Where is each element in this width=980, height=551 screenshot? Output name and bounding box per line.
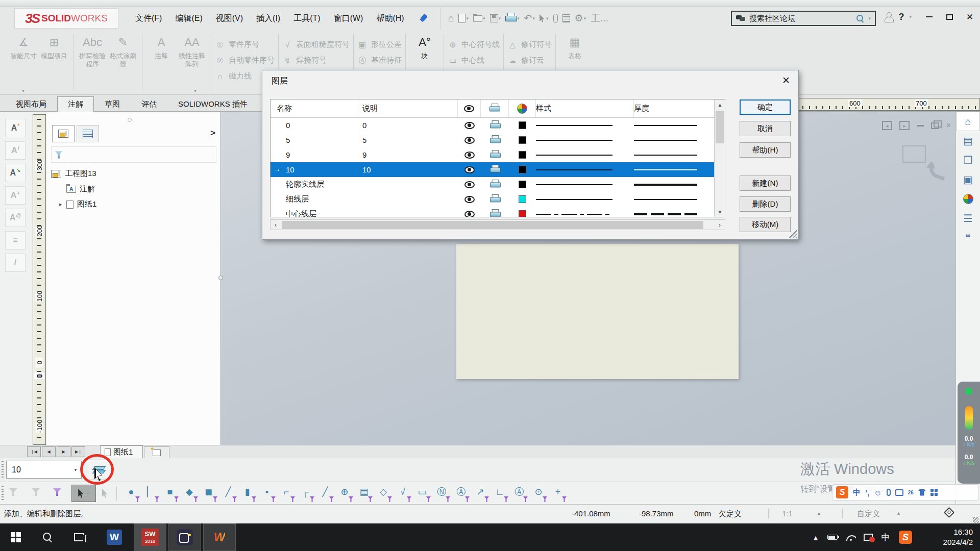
layer-thickness-cell[interactable]	[634, 184, 715, 186]
layer-combobox[interactable]: 10 ▾	[6, 461, 82, 479]
filter-tool-22-icon[interactable]: ⊙	[531, 486, 546, 501]
open[interactable]: ▾	[472, 14, 487, 23]
user-account-icon[interactable]	[884, 12, 893, 21]
ribbon-flyout-caret[interactable]: ▾	[22, 88, 24, 93]
layer-style-cell[interactable]	[536, 169, 634, 170]
layer-visibility-toggle[interactable]	[458, 122, 481, 129]
layer-color-swatch[interactable]	[509, 166, 536, 173]
last-sheet-icon[interactable]: ▶❘	[71, 446, 85, 457]
dialog-button-移动(M)[interactable]: 移动(M)	[740, 217, 791, 232]
filter-stack-icon[interactable]	[53, 488, 61, 496]
filter-tool-1-icon[interactable]: ●	[124, 486, 139, 501]
ribbon-tool-geometric-tolerance[interactable]: ▣形位公差	[357, 37, 402, 53]
scrollbar-thumb[interactable]	[716, 111, 724, 143]
tag-icon[interactable]	[944, 507, 954, 518]
appearances-icon[interactable]: ▣	[956, 170, 980, 189]
menu-item[interactable]: 帮助(H)	[370, 13, 410, 24]
scrollbar-thumb[interactable]	[282, 221, 703, 229]
minimize-button[interactable]	[922, 10, 936, 23]
pin-icon[interactable]	[418, 13, 428, 23]
toolbar-grip[interactable]	[2, 486, 4, 502]
layer-row-中心线层[interactable]: 中心线层	[271, 207, 725, 217]
filter-tool-19-icon[interactable]: ↗	[473, 486, 488, 501]
search-box[interactable]: 搜索社区论坛 ▾	[731, 11, 876, 26]
ribbon-tool-format-painter[interactable]: ✎格式涂刷器	[108, 33, 138, 68]
menu-item[interactable]: 视图(V)	[209, 13, 250, 24]
layer-print-toggle[interactable]	[481, 151, 509, 160]
layer-style-cell[interactable]	[536, 214, 634, 215]
layer-style-cell[interactable]	[536, 155, 634, 156]
layer-print-toggle[interactable]	[481, 180, 509, 189]
tray-expand-icon[interactable]: ▴	[810, 523, 822, 551]
filter-tool-4-icon[interactable]: ◆	[182, 486, 197, 501]
close-button[interactable]: ✕	[963, 10, 977, 23]
prev-sheet-icon[interactable]: ◀	[42, 446, 56, 457]
layer-row-9[interactable]: 99	[271, 147, 725, 162]
doc-minimize-icon[interactable]	[917, 125, 924, 127]
user-mode-icon[interactable]: 26	[908, 490, 914, 495]
layer-visibility-toggle[interactable]	[458, 166, 481, 173]
layer-visibility-toggle[interactable]	[458, 152, 481, 159]
filter-tool-15-icon[interactable]: √	[395, 486, 410, 501]
home[interactable]: ⌂	[447, 12, 455, 24]
library-books-icon[interactable]: ▤	[956, 131, 980, 151]
layer-visibility-toggle[interactable]	[458, 211, 481, 218]
eyedropper[interactable]	[552, 13, 559, 24]
skin-icon[interactable]	[918, 489, 926, 496]
dialog-button-取消[interactable]: 取消	[740, 121, 791, 136]
print[interactable]: ▾	[504, 13, 521, 24]
scale-indicator[interactable]: 1:1	[782, 509, 793, 518]
layer-row-0[interactable]: 00	[271, 118, 725, 133]
filter-tool-11-icon[interactable]: ╱	[317, 486, 333, 501]
select-tool-button[interactable]: ▾	[71, 485, 96, 502]
dialog-button-删除(D)[interactable]: 删除(D)	[740, 196, 791, 212]
search-icon[interactable]	[856, 14, 864, 22]
ribbon-flyout-caret[interactable]: ▾	[194, 88, 197, 93]
ribbon-tool-spell-check[interactable]: Abc拼写检验程序	[77, 33, 108, 68]
tree-item-工程图13[interactable]: 工程图13	[51, 169, 96, 179]
chevron-down-icon[interactable]: ▾	[70, 467, 81, 472]
filter-tool-6-icon[interactable]: ╱	[220, 486, 236, 501]
layer-style-cell[interactable]	[536, 140, 634, 141]
layer-color-swatch[interactable]	[509, 181, 536, 188]
tools-more-label[interactable]: 工...	[589, 12, 610, 24]
chevron-down-icon[interactable]: ▾	[499, 16, 501, 21]
note-leader-icon[interactable]: A↘	[5, 164, 26, 182]
save[interactable]: ▾	[488, 13, 503, 23]
layer-thickness-cell[interactable]	[634, 140, 715, 141]
layer-thickness-cell[interactable]	[634, 125, 715, 126]
filter-tool-16-icon[interactable]: ▭	[414, 486, 430, 501]
clear-filters-icon[interactable]	[32, 488, 40, 496]
chevron-down-icon[interactable]: ▾	[533, 16, 535, 21]
scroll-right-icon[interactable]: ›	[715, 220, 725, 230]
tab-视图布局[interactable]: 视图布局	[5, 96, 57, 112]
search-dropdown-caret[interactable]: ▾	[868, 16, 871, 21]
undo[interactable]: ↶▾	[523, 12, 536, 24]
chevron-down-icon[interactable]: ▾	[517, 16, 520, 21]
clock[interactable]: 16:30 2024/4/2	[943, 527, 973, 547]
format-caret-icon[interactable]: ▲	[896, 511, 901, 516]
filter-tool-18-icon[interactable]: Ⓐ	[453, 486, 469, 501]
search-input[interactable]: 搜索社区论坛	[749, 14, 852, 23]
panel-expand-chevron[interactable]: >	[210, 128, 215, 138]
filter-tool-23-icon[interactable]: +	[550, 486, 566, 501]
layer-color-swatch[interactable]	[509, 210, 536, 217]
ribbon-tool-note[interactable]: A注释	[146, 33, 177, 60]
layer-color-swatch[interactable]	[509, 121, 536, 129]
filter-tool-13-icon[interactable]: ▤	[356, 486, 372, 501]
doc-restore-icon[interactable]	[931, 122, 939, 129]
layer-print-toggle[interactable]	[481, 165, 509, 174]
settings-gear[interactable]: ⚙▾	[573, 12, 588, 24]
color-wheel-icon[interactable]	[956, 189, 980, 209]
select[interactable]: ▾	[538, 13, 550, 23]
tab-SOLIDWORKS 插件[interactable]: SOLIDWORKS 插件	[167, 96, 258, 112]
notification-icon[interactable]	[860, 523, 877, 551]
layer-visibility-toggle[interactable]	[458, 196, 481, 203]
maximize-button[interactable]	[942, 10, 957, 23]
chevron-down-icon[interactable]: ▾	[546, 16, 549, 21]
horizontal-scrollbar[interactable]: ‹ ›	[270, 219, 725, 230]
filter-tool-17-icon[interactable]: Ⓝ	[434, 486, 449, 501]
tab-注解[interactable]: 注解	[57, 96, 94, 112]
filter-tool-14-icon[interactable]: ◇	[376, 486, 391, 501]
chevron-down-icon[interactable]: ▾	[584, 16, 586, 21]
